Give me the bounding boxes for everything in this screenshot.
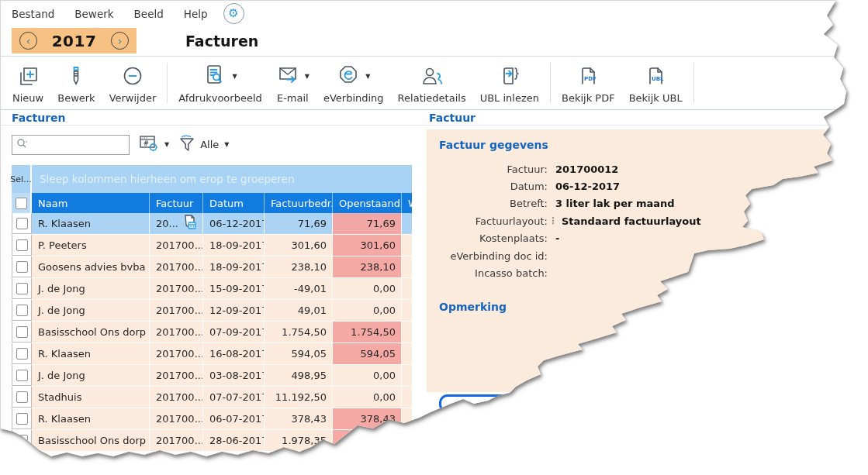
cell-datum: 12-09-2017 [203, 300, 265, 321]
table-row[interactable]: R. Klaasen 201700... 16-08-2017 594,05 5… [12, 343, 412, 365]
cell-datum: 03-08-2017 [203, 365, 265, 386]
row-checkbox[interactable] [12, 408, 32, 429]
table-row[interactable]: Basisschool Ons dorp 201700... 07-09-201… [12, 322, 412, 343]
cell-factuurbedrag: 1.754,50 [265, 322, 333, 342]
cell-naam: R. Klaasen [32, 408, 150, 429]
next-year-button[interactable]: › [111, 32, 129, 50]
table-row[interactable]: R. Klaasen 20... 06-12-2017 71,69 71,69 [12, 213, 412, 235]
sel-column-header: Sel... [12, 165, 32, 193]
everbinding-button[interactable]: ▼ eVerbinding [316, 57, 391, 109]
cell-w [402, 256, 412, 277]
cell-factuur: 201700... [150, 343, 203, 364]
previous-year-button[interactable]: ‹ [19, 32, 37, 50]
menu-help[interactable]: Help [184, 8, 208, 20]
bekijk-pdf-button[interactable]: PDF Bekijk PDF [555, 57, 622, 109]
row-checkbox[interactable] [12, 430, 32, 451]
afdrukvoorbeeld-button[interactable]: ▼ Afdrukvoorbeeld [171, 57, 268, 109]
row-checkbox[interactable] [12, 213, 32, 234]
cell-openstaand: 594,05 [333, 343, 402, 364]
row-checkbox[interactable] [12, 343, 32, 364]
filter-control[interactable]: Alle ▼ [178, 134, 229, 156]
cell-w [402, 430, 412, 451]
new-icon [16, 62, 40, 90]
cell-openstaand: 71,69 [333, 213, 402, 234]
cell-factuurbedrag: 498,95 [265, 365, 333, 386]
torn-action-button[interactable] [439, 394, 510, 413]
menu-beeld[interactable]: Beeld [134, 8, 164, 20]
column-settings-icon: # [139, 134, 159, 156]
invoice-grid: Sel... Sleep kolommen hierheen om erop t… [12, 165, 412, 452]
bewerk-button[interactable]: Bewerk [50, 57, 102, 109]
row-checkbox[interactable] [12, 365, 32, 386]
cell-factuurbedrag: -49,01 [265, 278, 333, 299]
cell-datum: 28-06-2017 [203, 430, 265, 451]
row-checkbox[interactable] [12, 322, 32, 342]
cell-factuurbedrag: 594,05 [265, 343, 333, 364]
row-checkbox[interactable] [12, 300, 32, 321]
field-label-betreft: Betreft: [439, 198, 548, 209]
cell-w [402, 213, 412, 234]
row-checkbox[interactable] [12, 235, 32, 256]
menu-bewerk[interactable]: Bewerk [74, 8, 113, 20]
cell-factuurbedrag: 238,10 [265, 256, 333, 277]
column-header-w[interactable]: W [402, 193, 412, 213]
column-header-openstaand[interactable]: Openstaand [333, 193, 402, 213]
cell-naam: P. Peeters [32, 235, 150, 256]
cell-openstaand: 0,00 [333, 387, 402, 408]
table-row[interactable]: Goosens advies bvba 201700... 18-09-2017… [12, 256, 412, 278]
field-value-betreft: 3 liter lak per maand [555, 198, 857, 209]
dropdown-caret-icon[interactable]: ▼ [164, 141, 169, 148]
relatiedetails-button[interactable]: Relatiedetails [391, 57, 473, 109]
dropdown-caret-icon[interactable]: ▼ [232, 73, 237, 80]
nieuw-button[interactable]: Nieuw [5, 57, 50, 109]
cell-openstaand: 0,00 [333, 365, 402, 386]
column-header-factuurbedrag[interactable]: Factuurbedr... [265, 193, 333, 213]
search-input[interactable] [29, 139, 125, 150]
bekijk-ubl-button[interactable]: UBL Bekijk UBL [622, 57, 690, 109]
table-row[interactable]: Stadhuis 201700... 07-07-2017 11.192,50 … [12, 387, 412, 408]
cell-datum: 06-07-2017 [203, 408, 265, 429]
cell-w [402, 322, 412, 342]
panel-divider [1, 125, 868, 126]
cell-naam: Basisschool Ons dorp [32, 430, 150, 451]
row-checkbox[interactable] [12, 387, 32, 408]
table-row[interactable]: P. Peeters 201700... 18-09-2017 301,60 3… [12, 235, 412, 256]
right-panel-title: Factuur [429, 112, 475, 124]
cell-datum: 07-07-2017 [203, 387, 265, 408]
menu-bestand[interactable]: Bestand [12, 8, 54, 20]
delete-icon [121, 62, 144, 90]
drag-grip-icon[interactable]: ⋮ [548, 215, 557, 226]
email-button[interactable]: ▼ E-mail [269, 57, 316, 109]
cell-factuur: 201700... [150, 365, 203, 386]
field-label-factuur: Factuur: [439, 163, 548, 175]
table-row[interactable]: J. de Jong 201700... 15-09-2017 -49,01 0… [12, 278, 412, 300]
table-row[interactable]: J. de Jong 201700... 03-08-2017 498,95 0… [12, 365, 412, 387]
cell-openstaand [333, 430, 402, 451]
dropdown-caret-icon[interactable]: ▼ [365, 73, 370, 80]
dropdown-caret-icon[interactable]: ▼ [224, 141, 229, 148]
column-header-factuur[interactable]: Factuur [150, 193, 203, 213]
row-checkbox[interactable] [12, 278, 32, 299]
cell-factuur: 201700... [150, 387, 203, 408]
cell-w [402, 300, 412, 321]
relation-details-icon [420, 62, 444, 90]
column-settings-button[interactable]: # ▼ [139, 134, 169, 156]
row-checkbox[interactable] [12, 256, 32, 277]
select-all-checkbox[interactable] [12, 193, 32, 213]
settings-gear-icon[interactable]: ⚙ [223, 3, 244, 24]
table-row[interactable]: J. de Jong 201700... 12-09-2017 49,01 0,… [12, 300, 412, 322]
toolbar-separator [167, 63, 168, 103]
column-header-datum[interactable]: Datum [203, 193, 265, 213]
search-box[interactable] [12, 135, 130, 155]
ubl-inlezen-button[interactable]: UBL inlezen [473, 57, 546, 109]
field-value-kostenplaats: - [555, 232, 857, 244]
cell-factuur: 201700... [150, 235, 203, 256]
verwijder-button[interactable]: Verwijder [102, 57, 164, 109]
table-row[interactable]: R. Klaasen 201700... 06-07-2017 378,43 3… [12, 408, 412, 430]
table-row[interactable]: Basisschool Ons dorp 201700... 28-06-201… [12, 430, 412, 452]
column-header-naam[interactable]: Naam [32, 193, 150, 213]
group-drop-zone[interactable]: Sleep kolommen hierheen om erop te groep… [32, 165, 412, 193]
dropdown-caret-icon[interactable]: ▼ [305, 73, 310, 80]
field-label-datum: Datum: [439, 181, 548, 192]
cell-w [402, 343, 412, 364]
